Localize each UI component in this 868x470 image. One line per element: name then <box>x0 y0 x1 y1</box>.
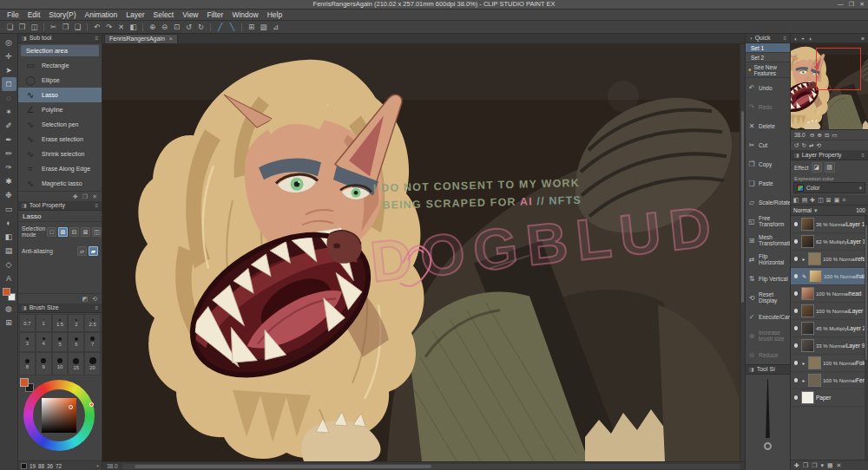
new-folder-icon[interactable]: ❒ <box>803 462 808 469</box>
new-file-icon[interactable]: ❏ <box>4 22 16 33</box>
property-reset-icon[interactable]: ⟲ <box>92 296 97 303</box>
navigator-thumbnail[interactable] <box>791 43 868 130</box>
layer-fill-icon[interactable]: ◧ <box>793 197 799 204</box>
mode-subtract-button[interactable]: ⊟ <box>69 227 79 237</box>
subtool-item-erase-selection[interactable]: ∿ Erase selection <box>18 132 102 147</box>
grid-icon[interactable]: ⊞ <box>246 22 257 33</box>
rotate-right-icon[interactable]: ↻ <box>195 22 207 33</box>
minimize-icon[interactable]: — <box>838 0 844 9</box>
menu-window[interactable]: Window <box>227 10 262 21</box>
layer-menu-icon[interactable]: ≡ <box>842 197 845 203</box>
navigator-tab-icon[interactable]: ◐ <box>794 36 798 42</box>
move-tool-icon[interactable]: ✛ <box>2 49 16 63</box>
quick-action-reduce[interactable]: ⊖Reduce <box>746 345 790 364</box>
rotate-left-icon[interactable]: ↺ <box>183 22 194 33</box>
nav-zoom-out-icon[interactable]: ⊖ <box>810 132 814 139</box>
pencil-tool-icon[interactable]: ✏ <box>2 147 16 160</box>
brush-size-cell[interactable]: 6 <box>68 332 84 353</box>
layer-row-layer-11-copy[interactable]: 62 % MultiplyLayer 11 Copy <box>791 233 868 251</box>
color-history-swatch[interactable] <box>21 463 27 469</box>
quick-action-reset-display[interactable]: ⟲Reset Display <box>746 288 790 307</box>
nav-fit-icon[interactable]: ⊡ <box>825 132 829 139</box>
visibility-eye-icon[interactable] <box>792 361 799 365</box>
zoom-in-icon[interactable]: ⊕ <box>147 22 158 33</box>
open-file-icon[interactable]: ❒ <box>16 22 28 33</box>
brush-size-cell[interactable]: 7 <box>84 332 101 353</box>
merge-down-icon[interactable]: ▾ <box>820 462 824 469</box>
panel-menu-icon[interactable]: ≡ <box>95 34 98 42</box>
close-icon[interactable]: ✕ <box>859 0 865 9</box>
expression-color-dropdown[interactable]: Color ▾ <box>793 182 865 193</box>
visibility-eye-icon[interactable] <box>792 326 799 330</box>
canvas-horizontal-scrollbar[interactable] <box>122 464 740 469</box>
layer-mask-icon[interactable]: ◫ <box>818 197 824 204</box>
gradient-tool-icon[interactable]: ▤ <box>2 244 16 258</box>
foreground-color-swatch[interactable] <box>3 288 10 296</box>
visibility-eye-icon[interactable] <box>792 257 799 261</box>
brush-size-cell[interactable]: 9 <box>36 352 52 375</box>
operation-tool-icon[interactable]: ➤ <box>2 63 16 77</box>
layer-row-hair-selected[interactable]: ✎ 100 % Normalhair <box>791 268 868 285</box>
panel-menu-icon[interactable]: ≡ <box>95 201 98 210</box>
subtool-item-rectangle[interactable]: ▭ Rectangle <box>18 58 102 73</box>
border-effect-button[interactable]: ◪ <box>812 162 822 173</box>
brush-size-cell[interactable]: 1 <box>36 314 52 332</box>
brush-size-cell[interactable]: 2 <box>68 314 84 332</box>
aa-off-button[interactable]: ▱ <box>77 246 87 256</box>
ruler-snap-icon[interactable]: ⊿ <box>270 22 281 33</box>
subtool-item-ellipse[interactable]: ◯ Ellipse <box>18 73 102 88</box>
nav-zoom-in-icon[interactable]: ⊕ <box>817 132 821 139</box>
balloon-tool-icon[interactable]: ◍ <box>2 302 16 316</box>
brush-size-cell[interactable]: 5 <box>52 332 69 353</box>
duplicate-layer-icon[interactable]: ❐ <box>812 462 817 469</box>
brush-size-cell[interactable]: 20 <box>84 352 101 375</box>
fill-tool-icon[interactable]: ◧ <box>2 230 16 244</box>
stroke-b-icon[interactable]: ╲ <box>227 22 238 33</box>
subtool-item-shrink-selection[interactable]: ∿ Shrink selection <box>18 147 102 161</box>
layer-opacity-value[interactable]: 100 <box>856 207 865 213</box>
visibility-eye-icon[interactable] <box>792 222 799 226</box>
lasso-tool-icon[interactable]: ◌ <box>2 91 16 105</box>
text-tool-icon[interactable]: A <box>2 271 16 285</box>
subtool-item-selection-pen[interactable]: ∿ Selection pen <box>18 117 102 132</box>
brush-size-cell[interactable]: 8 <box>19 352 36 375</box>
new-layer-icon[interactable]: ✚ <box>794 462 799 469</box>
subtool-item-polyline[interactable]: ∠ Polyline <box>18 102 102 117</box>
color-wheel-toggle-icon[interactable]: ◔ <box>95 463 99 469</box>
layer-row-layer-4-copy[interactable]: 100 % NormalLayer 4 Copy <box>791 303 868 320</box>
mode-exclude-button[interactable]: ◫ <box>92 227 102 237</box>
delete-icon[interactable]: ✕ <box>115 22 127 33</box>
tone-effect-button[interactable]: ▨ <box>825 162 835 173</box>
brush-size-cell[interactable]: 2.5 <box>84 314 101 332</box>
copy-icon[interactable]: ❐ <box>60 22 71 33</box>
nav-rotate-ccw-icon[interactable]: ↺ <box>794 142 799 149</box>
menu-layer[interactable]: Layer <box>122 10 148 21</box>
folder-arrow-icon[interactable]: ▸ <box>801 256 806 262</box>
decoration-tool-icon[interactable]: ❉ <box>2 188 16 202</box>
quick-action-flip-vertical[interactable]: ⇅Flip Vertical <box>746 269 790 288</box>
save-icon[interactable]: ◫ <box>29 22 40 33</box>
menu-file[interactable]: File <box>3 10 23 21</box>
quick-action-paste[interactable]: ❑Paste <box>746 173 790 193</box>
visibility-eye-icon[interactable] <box>792 378 799 382</box>
mode-new-button[interactable]: □ <box>47 227 56 237</box>
quick-action-cut[interactable]: ✂Cut <box>746 135 790 154</box>
panel-menu-icon[interactable]: ≡ <box>783 34 786 42</box>
redo-icon[interactable]: ↷ <box>103 22 115 33</box>
zoom-tool-icon[interactable]: ◎ <box>2 36 16 49</box>
tool-size-slider[interactable] <box>764 379 773 438</box>
quick-action-mesh-transformation[interactable]: ⊞Mesh Transformation <box>746 231 790 250</box>
visibility-eye-icon[interactable] <box>792 343 799 348</box>
panel-menu-icon[interactable]: ≡ <box>861 151 865 160</box>
nav-actual-size-icon[interactable]: ▭ <box>832 132 837 139</box>
nav-flip-view-icon[interactable]: ⇄ <box>809 142 813 149</box>
quick-action-free-transform[interactable]: ◱Free Transform <box>746 212 790 231</box>
subview-tab-icon[interactable]: ◓ <box>801 36 805 42</box>
hue-marker[interactable] <box>89 402 94 407</box>
navigator-view-rect[interactable] <box>816 48 861 91</box>
brush-size-cell[interactable]: 1.5 <box>52 314 69 332</box>
layer-row-layer-11-copy-2[interactable]: 36 % NormalLayer 11 Copy 2 <box>791 216 868 233</box>
color-swatches[interactable] <box>3 288 16 301</box>
subtool-item-erase-along-edge[interactable]: ≈ Erase Along Edge <box>18 161 102 176</box>
visibility-eye-icon[interactable] <box>792 239 799 244</box>
